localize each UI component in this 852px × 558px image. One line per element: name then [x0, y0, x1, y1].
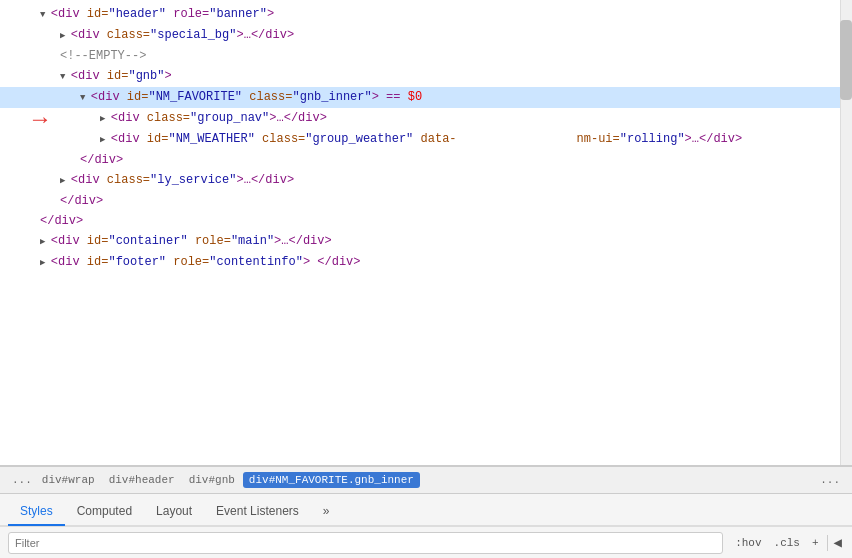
- red-arrow-indicator: →: [28, 107, 52, 131]
- code-line[interactable]: ▶ <div class="special_bg">…</div>: [0, 25, 852, 46]
- tab-more[interactable]: »: [311, 498, 342, 526]
- code-line[interactable]: ▼ <div id="gnb">: [0, 66, 852, 87]
- filter-input[interactable]: [8, 532, 723, 554]
- cls-button[interactable]: .cls: [770, 535, 804, 551]
- code-line[interactable]: ▶ <div id="container" role="main">…</div…: [0, 231, 852, 252]
- filter-buttons: :hov .cls + ◀: [731, 532, 844, 553]
- code-line[interactable]: ▶ <div id="NM_WEATHER" class="group_weat…: [0, 129, 852, 150]
- tab-styles[interactable]: Styles: [8, 498, 65, 526]
- breadcrumb-bar: ... div#wrap div#header div#gnb div#NM_F…: [0, 466, 852, 494]
- code-line[interactable]: ▼ <div id="header" role="banner">: [0, 4, 852, 25]
- tabs-bar: Styles Computed Layout Event Listeners »: [0, 494, 852, 526]
- breadcrumb-ellipsis-left[interactable]: ...: [8, 472, 36, 488]
- toggle-panel-button[interactable]: ◀: [832, 532, 844, 553]
- breadcrumb-item-header[interactable]: div#header: [103, 472, 181, 488]
- breadcrumb-ellipsis-right[interactable]: ...: [816, 472, 844, 488]
- code-panel: ▼ <div id="header" role="banner">▶ <div …: [0, 0, 852, 466]
- code-line[interactable]: </div>: [0, 211, 852, 231]
- breadcrumb-item-wrap[interactable]: div#wrap: [36, 472, 101, 488]
- tab-computed[interactable]: Computed: [65, 498, 144, 526]
- tab-layout[interactable]: Layout: [144, 498, 204, 526]
- breadcrumb-item-gnb[interactable]: div#gnb: [183, 472, 241, 488]
- code-line[interactable]: </div>: [0, 191, 852, 211]
- code-line[interactable]: ▶ <div id="footer" role="contentinfo"> <…: [0, 252, 852, 273]
- scrollbar-thumb[interactable]: [840, 20, 852, 100]
- code-line[interactable]: <!--EMPTY-->: [0, 46, 852, 66]
- code-line[interactable]: ▶ <div class="ly_service">…</div>: [0, 170, 852, 191]
- filter-bar: :hov .cls + ◀: [0, 526, 852, 558]
- scrollbar[interactable]: [840, 0, 852, 465]
- filter-divider: [827, 535, 828, 551]
- breadcrumb-item-nmfavorite[interactable]: div#NM_FAVORITE.gnb_inner: [243, 472, 420, 488]
- code-line[interactable]: ▼ <div id="NM_FAVORITE" class="gnb_inner…: [0, 87, 852, 108]
- tab-event-listeners[interactable]: Event Listeners: [204, 498, 311, 526]
- code-line[interactable]: </div>: [0, 150, 852, 170]
- hov-button[interactable]: :hov: [731, 535, 765, 551]
- code-line[interactable]: ▶ <div class="group_nav">…</div>→: [0, 108, 852, 129]
- add-style-button[interactable]: +: [808, 535, 823, 551]
